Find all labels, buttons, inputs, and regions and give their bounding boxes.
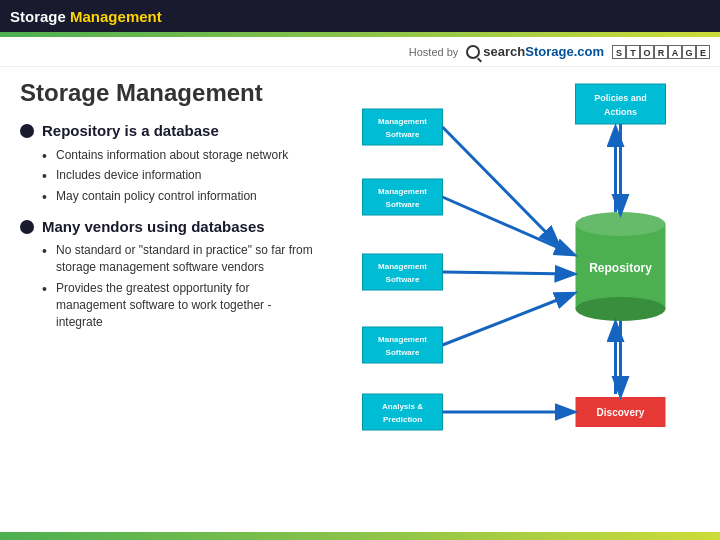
svg-rect-3 <box>363 179 443 215</box>
svg-text:Management: Management <box>378 117 427 126</box>
main-bullet-1-text: Repository is a database <box>42 121 219 141</box>
svg-text:Software: Software <box>386 130 420 139</box>
left-panel: Storage Management Repository is a datab… <box>20 79 320 532</box>
bullet-dot-2 <box>20 220 34 234</box>
sub-bullets-2: No standard or "standard in practice" so… <box>42 242 320 330</box>
letter-o: O <box>640 45 654 59</box>
main-content: Storage Management Repository is a datab… <box>0 67 720 532</box>
svg-text:Policies and: Policies and <box>594 93 647 103</box>
diagram: Management Software Management Software … <box>335 79 700 459</box>
logo-search: search <box>483 44 525 59</box>
sub-bullet-1-2: Includes device information <box>42 167 320 184</box>
sub-bullet-2-2: Provides the greatest opportunity for ma… <box>42 280 320 330</box>
search-storage-logo: searchStorage.com <box>483 44 604 59</box>
sub-bullet-2-1: No standard or "standard in practice" so… <box>42 242 320 276</box>
letter-a: A <box>668 45 682 59</box>
svg-rect-9 <box>363 327 443 363</box>
svg-text:Repository: Repository <box>589 261 652 275</box>
search-icon <box>466 45 480 59</box>
letter-g: G <box>682 45 696 59</box>
svg-text:Management: Management <box>378 262 427 271</box>
svg-text:Software: Software <box>386 348 420 357</box>
svg-text:Management: Management <box>378 335 427 344</box>
accent-bar-bottom <box>0 532 720 540</box>
bullet-dot-1 <box>20 124 34 138</box>
svg-line-27 <box>443 294 573 345</box>
svg-point-20 <box>576 297 666 321</box>
svg-point-19 <box>576 212 666 236</box>
sub-bullet-1-3: May contain policy control information <box>42 188 320 205</box>
hosted-by-text: Hosted by <box>409 46 459 58</box>
page-title: Storage Management <box>20 79 320 107</box>
svg-line-24 <box>443 127 558 244</box>
svg-text:Software: Software <box>386 275 420 284</box>
svg-text:Management: Management <box>378 187 427 196</box>
svg-text:Software: Software <box>386 200 420 209</box>
sub-bullet-1-1: Contains information about storage netwo… <box>42 147 320 164</box>
section-1: Repository is a database Contains inform… <box>20 121 320 205</box>
svg-line-26 <box>443 272 573 274</box>
letter-e: E <box>696 45 710 59</box>
top-bar: Storage Management <box>0 0 720 32</box>
svg-line-25 <box>443 197 573 254</box>
diagram-svg: Management Software Management Software … <box>335 79 700 459</box>
svg-rect-12 <box>363 394 443 430</box>
title-management: Management <box>70 8 162 25</box>
letter-s: S <box>612 45 626 59</box>
svg-text:Prediction: Prediction <box>383 415 422 424</box>
main-bullet-2-text: Many vendors using databases <box>42 217 265 237</box>
section-2: Many vendors using databases No standard… <box>20 217 320 330</box>
svg-rect-6 <box>363 254 443 290</box>
letter-t: T <box>626 45 640 59</box>
main-bullet-1: Repository is a database <box>20 121 320 141</box>
svg-rect-15 <box>576 84 666 124</box>
svg-text:Actions: Actions <box>604 107 637 117</box>
storage-letters-box: S T O R A G E <box>612 45 710 59</box>
svg-text:Discovery: Discovery <box>597 407 645 418</box>
app-title: Storage Management <box>10 8 162 25</box>
letter-r: R <box>654 45 668 59</box>
hosted-bar: Hosted by searchStorage.com S T O R A G … <box>0 37 720 67</box>
svg-rect-0 <box>363 109 443 145</box>
main-bullet-2: Many vendors using databases <box>20 217 320 237</box>
right-panel: Management Software Management Software … <box>335 79 700 532</box>
logo-storage: Storage.com <box>525 44 604 59</box>
title-storage: Storage <box>10 8 66 25</box>
sub-bullets-1: Contains information about storage netwo… <box>42 147 320 205</box>
svg-text:Analysis &: Analysis & <box>382 402 423 411</box>
